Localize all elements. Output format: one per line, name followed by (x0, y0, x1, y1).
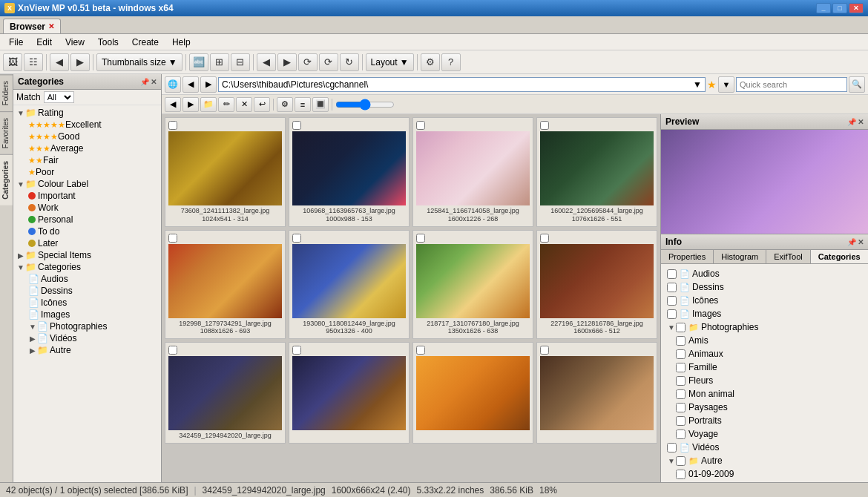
browser-tab[interactable]: Browser ✕ (3, 19, 61, 33)
audios-checkbox[interactable] (667, 269, 677, 279)
table-row[interactable]: 160022_1205695844_large.jpg1076x1626 - 5… (536, 117, 657, 227)
tab-categories[interactable]: Categories (811, 250, 868, 263)
toolbar-back-btn[interactable]: ◀ (50, 53, 69, 71)
paysages-checkbox[interactable] (676, 403, 685, 412)
layout-dropdown[interactable]: Layout ▼ (366, 53, 414, 71)
toolbar-filter-btn[interactable]: ⊞ (210, 53, 229, 71)
toolbar-grid-btn[interactable]: ☷ (24, 53, 43, 71)
tree-photographies[interactable]: ▼ 📄 Photographies (13, 320, 161, 332)
thumb-checkbox[interactable] (168, 121, 177, 130)
dessins-checkbox[interactable] (667, 283, 677, 292)
tab-close-icon[interactable]: ✕ (48, 22, 54, 30)
table-row[interactable]: 218717_1310767180_large.jpg1350x1626 - 6… (412, 230, 533, 340)
filter-fwd-btn[interactable]: ▶ (183, 97, 199, 112)
table-row[interactable]: 227196_1212816786_large.jpg1600x666 - 51… (536, 230, 657, 340)
toolbar-fwd2-btn[interactable]: ▶ (277, 53, 297, 71)
tree-personal[interactable]: Personal (13, 214, 161, 226)
search-btn[interactable]: 🔍 (849, 76, 865, 93)
nav-go-icon[interactable]: 🌐 (165, 76, 181, 93)
tab-properties[interactable]: Properties (661, 250, 714, 263)
rating-expander[interactable]: ▼ (16, 109, 25, 117)
cat-group-expander[interactable]: ▼ (16, 263, 25, 271)
photo-checkbox[interactable] (676, 323, 685, 332)
preview-pin-icon[interactable]: 📌 (847, 118, 856, 126)
maximize-button[interactable]: □ (832, 3, 847, 13)
table-row[interactable]: 106968_1163965763_large.jpg1000x988 - 15… (289, 117, 410, 227)
tree-dessins[interactable]: 📄 Dessins (13, 285, 161, 297)
preview-close-icon[interactable]: ✕ (858, 118, 864, 126)
filter-delete-btn[interactable]: ✕ (236, 97, 252, 112)
filter-grid-btn[interactable]: 🔳 (312, 97, 329, 112)
nav-back-btn[interactable]: ◀ (183, 76, 199, 93)
match-select[interactable]: All Any (44, 91, 74, 103)
thumb-checkbox[interactable] (540, 121, 549, 130)
categories-tab[interactable]: Categories (0, 154, 13, 205)
videos-checkbox[interactable] (667, 443, 677, 452)
panel-close-icon[interactable]: ✕ (151, 78, 157, 86)
thumbnails-size-dropdown[interactable]: Thumbnails size ▼ (96, 53, 183, 71)
tree-rating-group[interactable]: ▼ 📁 Rating (13, 107, 161, 119)
info-close-icon[interactable]: ✕ (858, 238, 864, 246)
quick-search-input[interactable] (736, 77, 847, 92)
tree-work[interactable]: Work (13, 202, 161, 214)
favorites-tab[interactable]: Favorites (0, 111, 13, 154)
menu-create[interactable]: Create (126, 36, 165, 49)
thumb-checkbox[interactable] (292, 346, 301, 355)
autre-expander[interactable]: ▶ (28, 346, 37, 355)
menu-edit[interactable]: Edit (30, 36, 58, 49)
autre-cat-expander[interactable]: ▼ (667, 457, 676, 465)
tree-todo[interactable]: To do (13, 226, 161, 237)
tab-histogram[interactable]: Histogram (714, 250, 766, 263)
nav-star-btn[interactable]: ▼ (718, 76, 734, 93)
filter-list-btn[interactable]: ≡ (295, 97, 311, 112)
menu-help[interactable]: Help (166, 36, 197, 49)
thumb-checkbox[interactable] (416, 234, 425, 243)
toolbar-settings-btn[interactable]: ⚙ (421, 53, 440, 71)
table-row[interactable] (412, 342, 533, 444)
thumb-checkbox[interactable] (292, 121, 301, 130)
tree-special-items[interactable]: ▶ 📁 Special Items (13, 249, 161, 261)
thumb-checkbox[interactable] (292, 234, 301, 243)
monanimal-checkbox[interactable] (676, 389, 685, 399)
tree-audios[interactable]: 📄 Audios (13, 273, 161, 285)
tree-videos[interactable]: ▶ 📄 Vidéos (13, 332, 161, 344)
toolbar-grid2-btn[interactable]: ⊟ (231, 53, 250, 71)
tree-poor[interactable]: ★ Poor (13, 166, 161, 178)
table-row[interactable] (289, 342, 410, 444)
toolbar-fwd-btn[interactable]: ▶ (70, 53, 90, 71)
tree-important[interactable]: Important (13, 190, 161, 202)
icones-checkbox[interactable] (667, 296, 677, 306)
size-slider[interactable] (335, 99, 395, 110)
info-pin-icon[interactable]: 📌 (847, 238, 856, 246)
menu-tools[interactable]: Tools (92, 36, 125, 49)
filter-undo-btn[interactable]: ↩ (254, 97, 270, 112)
amis-checkbox[interactable] (676, 336, 685, 346)
tree-images[interactable]: 📄 Images (13, 309, 161, 320)
table-row[interactable]: 193080_1180812449_large.jpg950x1326 - 40… (289, 230, 410, 340)
thumb-checkbox[interactable] (416, 346, 425, 355)
photo-cat-expander[interactable]: ▼ (667, 323, 676, 332)
famille-checkbox[interactable] (676, 363, 685, 372)
fleurs-checkbox[interactable] (676, 376, 685, 386)
animaux-checkbox[interactable] (676, 349, 685, 359)
tree-icones[interactable]: 📄 Icônes (13, 297, 161, 309)
voyage-checkbox[interactable] (676, 429, 685, 439)
images-checkbox[interactable] (667, 309, 677, 319)
panel-pin-icon[interactable]: 📌 (140, 78, 149, 86)
tab-exiftool[interactable]: ExifTool (766, 250, 811, 263)
photo-expander[interactable]: ▼ (28, 323, 37, 331)
autre-checkbox[interactable] (676, 456, 685, 466)
tree-fair[interactable]: ★★ Fair (13, 154, 161, 166)
menu-view[interactable]: View (59, 36, 91, 49)
toolbar-back2-btn[interactable]: ◀ (257, 53, 276, 71)
special-expander[interactable]: ▶ (16, 251, 25, 260)
tree-colour-group[interactable]: ▼ 📁 Colour Label (13, 178, 161, 190)
videos-expander[interactable]: ▶ (28, 335, 37, 343)
thumb-checkbox[interactable] (168, 234, 177, 243)
tree-categories-group[interactable]: ▼ 📁 Categories (13, 261, 161, 273)
folders-tab[interactable]: Folders (0, 74, 13, 111)
tree-average[interactable]: ★★★ Average (13, 142, 161, 154)
address-dropdown-icon[interactable]: ▼ (693, 79, 702, 90)
toolbar-sort-btn[interactable]: 🔤 (189, 53, 208, 71)
thumb-checkbox[interactable] (168, 346, 177, 355)
